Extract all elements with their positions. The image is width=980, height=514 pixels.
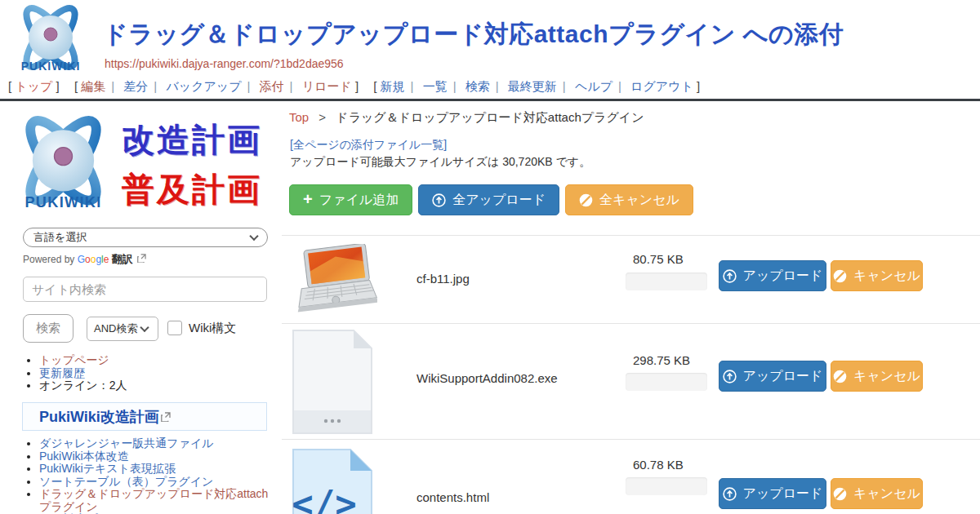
logo-wordmark: PUKIWIKI xyxy=(21,60,81,73)
sidebar-heading-link[interactable]: PukiWiki改造計画 xyxy=(39,407,159,427)
cancel-button[interactable]: キャンセル xyxy=(831,478,923,509)
sidebar-link-dnd-attach[interactable]: ドラッグ＆ドロップアップロード対応attachプラグイン xyxy=(39,487,268,513)
progress-bar xyxy=(626,273,707,290)
nav-link-reload[interactable]: リロード xyxy=(302,79,352,93)
upload-all-label: 全アップロード xyxy=(452,192,546,209)
pukiwiki-atom-icon: PUKIWIKI xyxy=(8,111,118,219)
list-item: PukiWikiテキスト表現拡張 xyxy=(39,463,272,476)
separator: | xyxy=(247,79,251,93)
progress-bar xyxy=(626,477,707,495)
breadcrumb-separator: > xyxy=(318,110,326,124)
nav-link-top[interactable]: トップ xyxy=(15,79,52,93)
nav-link-help[interactable]: ヘルプ xyxy=(575,79,612,93)
sidebar-link-text-ext[interactable]: PukiWikiテキスト表現拡張 xyxy=(39,462,176,475)
list-item: PukiWiki本体改造 xyxy=(39,450,272,463)
upload-label: アップロード xyxy=(743,485,823,503)
upload-button[interactable]: アップロード xyxy=(719,260,826,291)
search-button[interactable]: 検索 xyxy=(23,314,74,343)
upload-all-button[interactable]: 全アップロード xyxy=(418,184,559,215)
list-item: ソートテーブル（表）プラグイン xyxy=(39,476,272,489)
powered-by-text: Powered by xyxy=(23,254,78,265)
pukiwiki-logo-icon[interactable]: PUKIWIKI xyxy=(8,3,93,82)
nav-link-list[interactable]: 一覧 xyxy=(423,79,448,93)
sidebar-link-common-files[interactable]: ダジャレンジャー版共通ファイル xyxy=(39,436,214,450)
upload-button[interactable]: アップロード xyxy=(719,478,826,509)
breadcrumb-home-link[interactable]: Top xyxy=(289,110,309,124)
file-row: WikiSupportAddin082.exe 298.75 KB アップロード… xyxy=(282,324,980,438)
cancel-button[interactable]: キャンセル xyxy=(831,260,923,291)
nav-group-page: [ 編集| 差分| バックアップ| 添付| リロード ] xyxy=(74,79,362,93)
all-attachments-link[interactable]: [全ページの添付ファイル一覧] xyxy=(290,138,447,153)
separator: | xyxy=(290,79,293,93)
bracket: [ xyxy=(8,79,11,93)
bracket: [ xyxy=(373,79,376,93)
nav-link-diff[interactable]: 差分 xyxy=(123,79,148,93)
list-item: ドラッグ＆ドロップアップロード対応attachプラグイン xyxy=(39,488,272,513)
header: PUKIWIKI ドラッグ＆ドロップアップロード対応attachプラグイン への… xyxy=(0,0,980,101)
list-item: オンライン：2人 xyxy=(39,379,127,392)
separator: | xyxy=(453,79,457,93)
add-files-label: ファイル追加 xyxy=(319,192,399,209)
sidebar-heading-box: PukiWiki改造計画 xyxy=(22,402,267,431)
plus-icon: + xyxy=(303,191,313,207)
external-link-icon xyxy=(161,412,171,422)
site-search-input[interactable] xyxy=(23,277,267,302)
chevron-down-icon xyxy=(140,323,149,332)
pukiwiki-page: PUKIWIKI ドラッグ＆ドロップアップロード対応attachプラグイン への… xyxy=(0,0,980,514)
sidebar-link-sorttable[interactable]: ソートテーブル（表）プラグイン xyxy=(39,475,213,488)
bracket: ] xyxy=(697,79,700,93)
nav-link-backup[interactable]: バックアップ xyxy=(166,79,241,93)
upload-button[interactable]: アップロード xyxy=(719,361,826,392)
nav-link-logout[interactable]: ログアウト xyxy=(630,79,693,93)
bracket: ] xyxy=(355,79,359,93)
progress-bar xyxy=(626,373,707,391)
online-count: オンライン：2人 xyxy=(39,379,127,392)
page-title: ドラッグ＆ドロップアップロード対応attachプラグイン への添付 xyxy=(103,18,844,51)
ban-icon xyxy=(833,370,847,383)
nav-link-recent[interactable]: 最終更新 xyxy=(508,79,557,93)
breadcrumb: Top > ドラッグ＆ドロップアップロード対応attachプラグイン xyxy=(289,110,644,126)
ban-icon xyxy=(579,193,593,207)
file-name: contents.html xyxy=(416,490,489,504)
sidebar-link-core-mod[interactable]: PukiWiki本体改造 xyxy=(39,450,129,463)
cancel-label: キャンセル xyxy=(853,485,920,503)
chevron-down-icon xyxy=(249,232,258,241)
sidebar-link-toppage[interactable]: トップページ xyxy=(39,353,109,366)
file-size: 60.78 KB xyxy=(633,458,684,472)
page-url-link[interactable]: https://pukiwiki.dajya-ranger.com/?1bd2d… xyxy=(105,57,344,70)
google-letter: e xyxy=(104,254,109,265)
upload-label: アップロード xyxy=(743,368,823,385)
sidebar-logo[interactable]: PUKIWIKI 改造計画 普及計画 xyxy=(8,109,278,221)
sidebar-link-history[interactable]: 更新履歴 xyxy=(39,366,85,379)
laptop-photo-thumbnail xyxy=(289,244,377,312)
file-size: 80.75 KB xyxy=(633,252,684,266)
upload-toolbar: + ファイル追加 全アップロード 全キャンセル xyxy=(289,184,693,215)
google-letter: G xyxy=(78,254,85,265)
cancel-button[interactable]: キャンセル xyxy=(831,361,923,392)
html-code-file-icon: </> xyxy=(292,448,373,514)
separator: | xyxy=(411,79,414,93)
sidebar-quick-links: トップページ 更新履歴 オンライン：2人 xyxy=(39,354,127,392)
cancel-all-label: 全キャンセル xyxy=(599,192,679,209)
add-files-button[interactable]: + ファイル追加 xyxy=(289,184,412,215)
nav-link-new[interactable]: 新規 xyxy=(381,79,405,93)
nav-group-site: [ 新規| 一覧| 検索| 最終更新| ヘルプ| ログアウト ] xyxy=(373,79,700,93)
cancel-all-button[interactable]: 全キャンセル xyxy=(565,184,693,215)
list-item: ダジャレンジャー版共通ファイル xyxy=(39,437,272,450)
nav-group-top: [ トップ ] xyxy=(8,79,63,93)
separator: | xyxy=(563,79,566,93)
wiki-syntax-checkbox[interactable] xyxy=(167,321,182,335)
wiki-syntax-label: Wiki構文 xyxy=(189,321,236,336)
search-mode-select[interactable]: AND検索 xyxy=(87,317,158,341)
list-item: トップページ xyxy=(39,354,127,367)
upload-circle-icon xyxy=(432,193,446,207)
svg-text:</>: </> xyxy=(292,483,356,514)
nav-link-search[interactable]: 検索 xyxy=(466,79,490,93)
bracket: ] xyxy=(56,79,60,93)
main-content: Top > ドラッグ＆ドロップアップロード対応attachプラグイン [全ページ… xyxy=(282,104,980,514)
generic-file-icon xyxy=(292,329,373,435)
upload-label: アップロード xyxy=(743,268,823,285)
nav-link-edit[interactable]: 編集 xyxy=(81,79,105,93)
language-select[interactable]: 言語を選択 xyxy=(23,228,268,247)
nav-link-attach[interactable]: 添付 xyxy=(260,79,284,93)
